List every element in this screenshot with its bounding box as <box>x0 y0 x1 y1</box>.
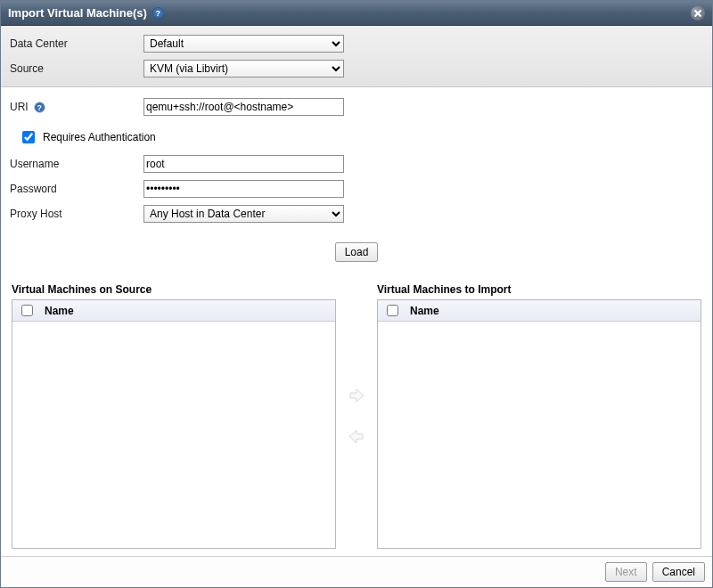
data-center-select[interactable]: Default <box>143 35 344 53</box>
import-list: Name <box>377 299 701 549</box>
move-left-button[interactable] <box>347 427 366 446</box>
source-list-header: Name <box>12 300 335 322</box>
transfer-arrows <box>341 283 372 549</box>
password-label: Password <box>10 183 143 195</box>
source-label: Source <box>10 62 143 75</box>
requires-auth-label: Requires Authentication <box>43 131 156 143</box>
arrow-left-icon <box>347 427 366 446</box>
title-help-icon[interactable]: ? <box>152 7 164 19</box>
source-select-all-checkbox[interactable] <box>21 305 33 316</box>
titlebar: Import Virtual Machine(s) ? <box>1 1 712 26</box>
data-center-label: Data Center <box>10 37 143 50</box>
import-list-header: Name <box>378 300 701 322</box>
proxy-host-label: Proxy Host <box>10 208 143 220</box>
import-list-body[interactable] <box>378 322 701 548</box>
uri-help-icon[interactable]: ? <box>34 101 45 114</box>
password-input[interactable] <box>143 180 344 198</box>
import-select-all-checkbox[interactable] <box>387 305 398 316</box>
close-icon <box>691 6 705 20</box>
import-list-column: Virtual Machines to Import Name <box>377 283 701 549</box>
cancel-button[interactable]: Cancel <box>652 562 705 582</box>
lists-area: Virtual Machines on Source Name <box>10 283 703 549</box>
import-vm-dialog: Import Virtual Machine(s) ? Data Center … <box>0 0 713 588</box>
uri-input[interactable] <box>143 98 344 116</box>
dialog-title: Import Virtual Machine(s) <box>8 6 147 20</box>
import-name-column: Name <box>410 305 439 317</box>
proxy-host-select[interactable]: Any Host in Data Center <box>143 205 344 223</box>
source-list-column: Virtual Machines on Source Name <box>12 283 336 549</box>
top-panel: Data Center Default Source KVM (via Libv… <box>1 26 712 87</box>
username-input[interactable] <box>143 155 344 173</box>
body-panel: URI ? Requires Authentication Username P… <box>1 87 712 556</box>
username-label: Username <box>10 158 143 170</box>
source-list-body[interactable] <box>12 322 335 548</box>
next-button[interactable]: Next <box>605 562 647 582</box>
arrow-right-icon <box>347 386 366 405</box>
source-select[interactable]: KVM (via Libvirt) <box>143 60 344 78</box>
uri-label: URI <box>10 101 29 113</box>
import-list-title: Virtual Machines to Import <box>377 283 701 296</box>
source-list-title: Virtual Machines on Source <box>12 283 336 296</box>
footer: Next Cancel <box>1 556 712 587</box>
source-list: Name <box>12 299 336 549</box>
load-button[interactable]: Load <box>335 242 379 262</box>
requires-auth-checkbox[interactable] <box>22 131 35 143</box>
source-name-column: Name <box>45 305 74 317</box>
close-button[interactable] <box>691 6 705 20</box>
move-right-button[interactable] <box>347 386 366 405</box>
